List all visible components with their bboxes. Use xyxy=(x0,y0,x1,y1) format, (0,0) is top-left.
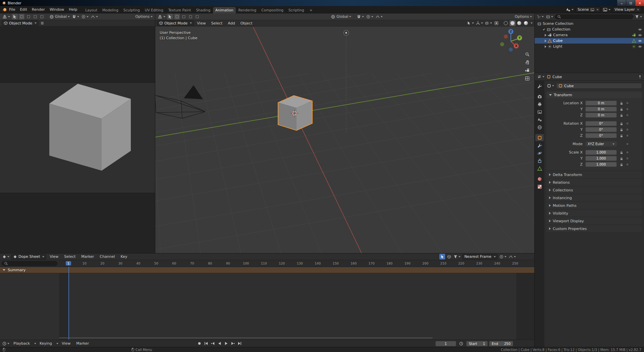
tab-texture-paint[interactable]: Texture Paint xyxy=(166,7,194,13)
lock-icon[interactable] xyxy=(620,101,624,105)
end-frame-field[interactable]: End 250 xyxy=(489,341,513,346)
location-y-field[interactable]: 0 m xyxy=(585,107,617,112)
menu-window[interactable]: Window xyxy=(47,7,66,12)
menu-playback[interactable]: Playback xyxy=(11,341,32,346)
tab-object[interactable] xyxy=(535,134,544,141)
remove-view-layer-icon[interactable]: ✕ xyxy=(637,8,639,11)
camera-view-button[interactable] xyxy=(524,67,530,73)
panel-collections[interactable]: Collections xyxy=(546,187,642,193)
playhead-frame-badge[interactable]: 1 xyxy=(66,261,71,266)
animate-dot[interactable] xyxy=(627,143,628,145)
tab-modeling[interactable]: Modeling xyxy=(100,7,121,13)
tab-animation[interactable]: Animation xyxy=(213,7,236,13)
tab-scene[interactable] xyxy=(535,116,544,123)
view-layer-browse-button[interactable] xyxy=(602,7,611,12)
tree-item-cube[interactable]: Cube xyxy=(535,38,644,44)
light-object[interactable] xyxy=(343,30,349,36)
lock-icon[interactable] xyxy=(620,163,624,167)
timeline-ruler[interactable]: 1020304050607080901001101201301401501601… xyxy=(59,260,534,267)
keyframe-canvas[interactable] xyxy=(0,273,534,340)
animate-dot[interactable] xyxy=(627,158,628,159)
lock-icon[interactable] xyxy=(620,128,624,132)
select-mode-extend-button[interactable] xyxy=(181,14,186,19)
selectability-dropdown[interactable] xyxy=(466,20,475,26)
scale-y-field[interactable]: 1.000 xyxy=(585,156,617,161)
location-z-field[interactable]: 0 m xyxy=(585,113,617,118)
scale-z-field[interactable]: 1.000 xyxy=(585,162,617,167)
viewport-menu-button[interactable] xyxy=(39,20,45,26)
editor-type-button[interactable] xyxy=(537,74,545,80)
panel-visibility[interactable]: Visibility xyxy=(546,210,642,217)
playhead[interactable] xyxy=(68,267,69,340)
view-layer-field[interactable]: View Layer ✕ xyxy=(612,7,641,12)
expand-icon[interactable] xyxy=(545,40,546,42)
proportional-edit-button[interactable] xyxy=(499,254,507,259)
start-frame-field[interactable]: Start 1 xyxy=(466,341,488,346)
panel-viewport-display[interactable]: Viewport Display xyxy=(546,218,642,224)
new-scene-icon[interactable] xyxy=(590,8,594,12)
tab-uv-editing[interactable]: UV Editing xyxy=(143,7,166,13)
tab-view-layer[interactable] xyxy=(535,108,544,115)
add-workspace-button[interactable]: + xyxy=(307,7,316,13)
pan-button[interactable] xyxy=(524,59,530,65)
falloff-dropdown[interactable] xyxy=(90,14,99,19)
tab-render[interactable] xyxy=(535,93,544,100)
transform-panel-header[interactable]: Transform xyxy=(546,92,642,98)
camera-object[interactable] xyxy=(155,85,205,118)
gizmos-dropdown[interactable] xyxy=(475,20,484,26)
rotation-mode-dropdown[interactable]: XYZ Euler xyxy=(585,141,617,146)
lock-icon[interactable] xyxy=(620,113,624,117)
pin-icon[interactable] xyxy=(638,75,642,79)
tab-tool[interactable] xyxy=(535,82,544,90)
mode-dropdown[interactable]: Object Mode xyxy=(2,20,39,26)
menu-channel[interactable]: Channel xyxy=(97,254,117,259)
scale-x-field[interactable]: 1.000 xyxy=(585,150,617,155)
tab-scripting[interactable]: Scripting xyxy=(286,7,307,13)
object-browse-button[interactable] xyxy=(546,83,555,89)
eye-icon[interactable] xyxy=(638,45,642,49)
location-x-field[interactable]: 0 m xyxy=(585,101,617,106)
menu-marker[interactable]: Marker xyxy=(74,341,91,346)
editor-type-button[interactable] xyxy=(2,341,10,346)
close-button[interactable] xyxy=(635,0,644,6)
shading-rendered-button[interactable] xyxy=(523,20,529,26)
shading-wireframe-button[interactable] xyxy=(503,20,509,26)
select-mode-subtract-button[interactable] xyxy=(32,14,38,19)
xray-toggle[interactable] xyxy=(493,20,499,26)
object-name-field[interactable]: Cube xyxy=(556,83,642,89)
tab-modifiers[interactable] xyxy=(535,142,544,149)
horizontal-scrollbar[interactable] xyxy=(59,337,433,339)
snap-mode-dropdown[interactable]: Nearest Frame xyxy=(462,254,498,259)
tab-layout[interactable]: Layout xyxy=(83,7,100,13)
animate-dot[interactable] xyxy=(627,123,628,124)
select-mode-extend-button[interactable] xyxy=(25,14,31,19)
play-reverse-button[interactable] xyxy=(216,341,223,346)
next-keyframe-button[interactable] xyxy=(230,341,236,346)
nav-gizmo[interactable]: Z Y X xyxy=(500,29,522,52)
menu-object[interactable]: Object xyxy=(238,20,255,26)
auto-key-button[interactable] xyxy=(196,341,203,346)
panel-motion-paths[interactable]: Motion Paths xyxy=(546,202,642,209)
panel-relations[interactable]: Relations xyxy=(546,179,642,186)
editor-type-button[interactable] xyxy=(2,254,10,259)
tree-item-camera[interactable]: Camera xyxy=(535,32,644,38)
animate-dot[interactable] xyxy=(627,102,628,104)
blender-menu-icon[interactable] xyxy=(2,7,7,12)
panel-custom-properties[interactable]: Custom Properties xyxy=(546,225,642,232)
gizmo-neg-y-ball[interactable] xyxy=(500,42,504,46)
current-frame-field[interactable]: 1 xyxy=(435,341,456,346)
outliner-search-input[interactable] xyxy=(555,14,633,19)
shading-dropdown[interactable] xyxy=(531,22,533,24)
tab-texture[interactable] xyxy=(535,183,544,190)
snap-toggle-button[interactable] xyxy=(71,14,80,19)
rotation-y-field[interactable]: 0° xyxy=(585,127,617,132)
lock-icon[interactable] xyxy=(620,134,624,138)
animate-dot[interactable] xyxy=(627,152,628,153)
select-mode-intersect-button[interactable] xyxy=(39,14,45,19)
animate-dot[interactable] xyxy=(627,114,628,116)
editor-type-button[interactable] xyxy=(536,14,544,20)
lock-icon[interactable] xyxy=(620,157,624,161)
rotation-z-field[interactable]: 0° xyxy=(585,133,617,138)
menu-key[interactable]: Key xyxy=(118,254,130,259)
prev-keyframe-button[interactable] xyxy=(210,341,216,346)
